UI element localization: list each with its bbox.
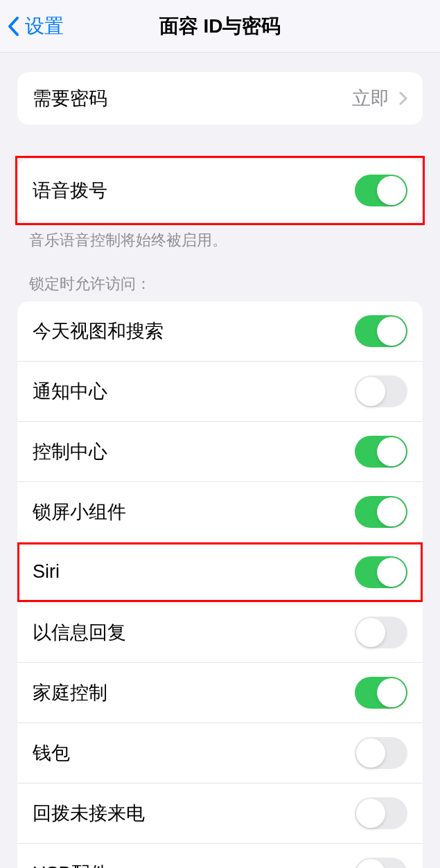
locked-access-label: USB配件 [33,861,109,868]
header-bar: 设置 面容 ID与密码 [0,0,440,53]
locked-access-label: 通知中心 [33,379,107,404]
locked-access-label: 锁屏小组件 [33,499,126,524]
locked-access-row: 通知中心 [17,362,423,422]
locked-access-row: 回拨未接来电 [17,783,423,844]
require-passcode-row[interactable]: 需要密码 立即 [17,72,423,125]
locked-access-toggle[interactable] [355,556,407,588]
locked-access-toggle[interactable] [355,496,407,528]
locked-access-toggle[interactable] [355,797,407,829]
voice-dial-label: 语音拨号 [33,178,107,203]
require-passcode-group: 需要密码 立即 [17,72,423,125]
locked-access-row: Siri [17,542,423,603]
locked-access-toggle[interactable] [355,677,407,709]
voice-dial-toggle[interactable] [355,175,407,206]
require-passcode-label: 需要密码 [33,86,107,111]
back-label: 设置 [25,13,64,39]
locked-access-toggle[interactable] [355,315,407,347]
locked-access-label: 家庭控制 [33,680,107,705]
chevron-left-icon [7,16,19,37]
locked-access-row: 以信息回复 [17,603,423,663]
page-title: 面容 ID与密码 [159,13,281,39]
voice-dial-group: 语音拨号 [17,159,423,222]
locked-access-label: 控制中心 [33,439,107,464]
locked-access-row: 钱包 [17,723,423,783]
chevron-right-icon [399,91,407,105]
locked-access-toggle[interactable] [355,737,407,769]
locked-access-row: 今天视图和搜索 [17,301,423,362]
locked-access-label: Siri [33,561,60,583]
locked-access-label: 钱包 [33,741,70,765]
locked-access-row: USB配件 [17,844,423,868]
locked-access-row: 锁屏小组件 [17,482,423,542]
voice-dial-footer: 音乐语音控制将始终被启用。 [0,222,440,251]
locked-access-label: 今天视图和搜索 [33,319,164,344]
locked-access-toggle[interactable] [355,858,407,868]
voice-dial-row: 语音拨号 [17,159,423,222]
back-button[interactable]: 设置 [0,13,64,39]
require-passcode-value: 立即 [352,86,407,111]
locked-access-toggle[interactable] [355,436,407,468]
locked-access-header: 锁定时允许访问： [0,274,440,301]
locked-access-toggle[interactable] [355,375,407,407]
locked-access-row: 控制中心 [17,422,423,482]
locked-access-group: 今天视图和搜索通知中心控制中心锁屏小组件Siri以信息回复家庭控制钱包回拨未接来… [17,301,423,868]
locked-access-row: 家庭控制 [17,663,423,723]
locked-access-label: 以信息回复 [33,620,126,645]
locked-access-label: 回拨未接来电 [33,801,145,826]
locked-access-toggle[interactable] [355,617,407,648]
